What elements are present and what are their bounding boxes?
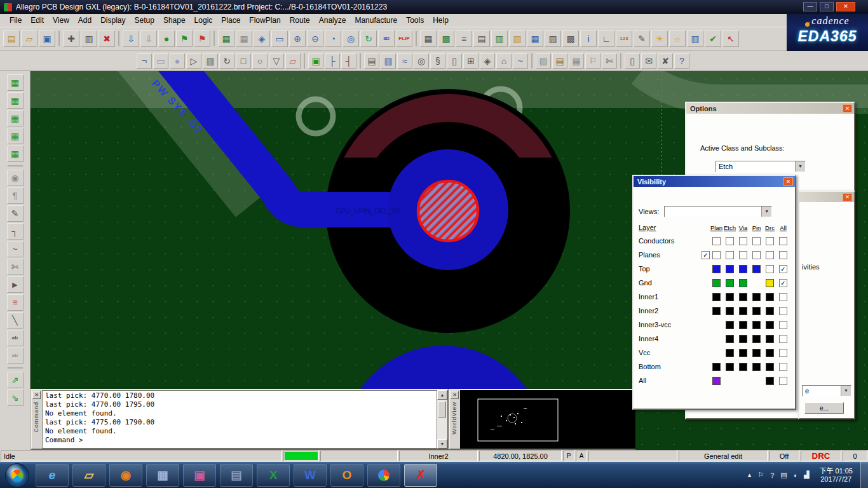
angle-mode-button[interactable]: A bbox=[576, 451, 587, 461]
new-drawing-button[interactable]: ▤ bbox=[3, 30, 20, 47]
action-flag-icon[interactable]: ⚐ bbox=[756, 471, 766, 479]
scroll-down-icon[interactable]: ▼ bbox=[437, 439, 447, 449]
visibility-checkbox[interactable]: ✓ bbox=[779, 265, 787, 273]
menu-manufacture[interactable]: Manufacture bbox=[350, 15, 402, 26]
view-3d-button[interactable]: 3D bbox=[378, 30, 395, 47]
layer-color-swatch[interactable] bbox=[712, 279, 721, 287]
zoom-fit-button[interactable]: ▭ bbox=[271, 30, 288, 47]
visibility-checkbox[interactable]: ✓ bbox=[779, 279, 787, 287]
delete-tool-button[interactable]: ✖ bbox=[98, 30, 115, 47]
layer-color-swatch[interactable] bbox=[726, 335, 734, 343]
menu-help[interactable]: Help bbox=[428, 15, 453, 26]
shape-circle-button[interactable]: ○ bbox=[252, 53, 268, 69]
layer-color-swatch[interactable] bbox=[712, 363, 721, 371]
align-button[interactable]: ≡ bbox=[456, 30, 472, 47]
unpin-button[interactable]: ⚑ bbox=[194, 30, 210, 47]
minimize-button[interactable]: — bbox=[803, 2, 817, 11]
dra-check-button[interactable]: ▩ bbox=[562, 30, 579, 47]
measure-button[interactable]: ∟ bbox=[598, 30, 614, 47]
docked-panel-close-icon[interactable]: ✕ bbox=[843, 193, 852, 201]
dropdown-arrow-icon[interactable]: ▼ bbox=[795, 161, 805, 172]
via[interactable] bbox=[418, 181, 478, 241]
library-button[interactable]: ▥ bbox=[381, 53, 396, 69]
visibility-checkbox[interactable] bbox=[739, 251, 747, 259]
layer-color-swatch[interactable] bbox=[712, 377, 721, 385]
layer-color-swatch[interactable] bbox=[766, 307, 774, 315]
visibility-checkbox[interactable] bbox=[766, 237, 774, 245]
start-button[interactable] bbox=[5, 463, 29, 487]
menu-route[interactable]: Route bbox=[285, 15, 315, 26]
visibility-checkbox[interactable] bbox=[752, 251, 761, 259]
markup-button[interactable]: ✎ bbox=[634, 30, 650, 47]
undo-button[interactable]: ⇩ bbox=[123, 30, 139, 47]
visible-layer-1-button[interactable]: ▦ bbox=[7, 74, 24, 91]
shape-copy-button[interactable]: ▥ bbox=[203, 53, 218, 69]
discard-mail-button[interactable]: ✘ bbox=[658, 53, 673, 69]
flag-tool-button[interactable]: ⚐ bbox=[585, 53, 600, 69]
layer-color-swatch[interactable] bbox=[712, 293, 721, 301]
numbering-button[interactable]: 123 bbox=[616, 30, 632, 47]
grid-button[interactable]: ▦ bbox=[236, 30, 252, 47]
word-taskbar-button[interactable]: W bbox=[294, 464, 327, 487]
open-drawing-button[interactable]: ▱ bbox=[21, 30, 37, 47]
chrome-taskbar-button[interactable] bbox=[367, 464, 400, 487]
visibility-checkbox[interactable] bbox=[779, 377, 787, 385]
hidden-icons-icon[interactable]: ▴ bbox=[744, 471, 754, 479]
shape-polygon-button[interactable]: ▽ bbox=[269, 53, 284, 69]
dfa-check-button[interactable]: ▨ bbox=[545, 30, 561, 47]
layer-color-swatch[interactable] bbox=[726, 307, 734, 315]
layer-color-swatch[interactable] bbox=[739, 293, 747, 301]
pad-editor-button[interactable]: ▣ bbox=[308, 53, 323, 69]
network-icon[interactable]: ▟ bbox=[801, 471, 811, 479]
menu-shape[interactable]: Shape bbox=[159, 15, 190, 26]
visibility-checkbox[interactable] bbox=[779, 307, 787, 315]
visibility-checkbox[interactable] bbox=[779, 237, 787, 245]
redo-button[interactable]: ⇩ bbox=[140, 30, 157, 47]
layer-color-swatch[interactable] bbox=[726, 279, 734, 287]
menu-edit[interactable]: Edit bbox=[26, 15, 48, 26]
visibility-checkbox[interactable] bbox=[779, 293, 787, 301]
stretch-left-button[interactable]: ├ bbox=[325, 53, 340, 69]
layer-color-swatch[interactable] bbox=[739, 279, 747, 287]
zoom-out-button[interactable]: ⊖ bbox=[307, 30, 323, 47]
internet-explorer-taskbar-button[interactable]: e bbox=[36, 464, 69, 487]
options-close-icon[interactable]: ✕ bbox=[843, 104, 852, 112]
visibility-checkbox[interactable] bbox=[779, 335, 787, 343]
layer-color-swatch[interactable] bbox=[739, 265, 747, 273]
menu-tools[interactable]: Tools bbox=[402, 15, 428, 26]
visibility-checkbox[interactable] bbox=[752, 237, 761, 245]
calculator-taskbar-button[interactable]: ▦ bbox=[146, 464, 179, 487]
visibility-checkbox[interactable] bbox=[779, 251, 787, 259]
column-drc[interactable]: Drc bbox=[763, 224, 776, 231]
docked-panel-button[interactable]: e... bbox=[804, 402, 844, 414]
layer-color-swatch[interactable] bbox=[739, 335, 747, 343]
layer-color-swatch[interactable] bbox=[752, 321, 761, 329]
visible-layer-3-button[interactable]: ▦ bbox=[7, 110, 24, 126]
zoom-in-button[interactable]: ⊕ bbox=[289, 30, 306, 47]
reports-button[interactable]: ▥ bbox=[687, 30, 703, 47]
display-icon[interactable]: ▤ bbox=[778, 471, 789, 479]
layer-color-swatch[interactable] bbox=[766, 335, 774, 343]
zoom-previous-button[interactable]: ◔ bbox=[325, 30, 341, 47]
command-close-icon[interactable]: ✕ bbox=[32, 391, 41, 399]
options-title-bar[interactable]: Options ✕ bbox=[686, 103, 854, 114]
shaded-view-button[interactable]: ↻ bbox=[360, 30, 377, 47]
worldview-close-icon[interactable]: ✕ bbox=[451, 391, 459, 399]
pencil-tool-button[interactable]: ✎ bbox=[7, 205, 24, 222]
visibility-close-icon[interactable]: ✕ bbox=[783, 177, 793, 186]
pick-mode-button[interactable]: P bbox=[563, 451, 574, 461]
menu-view[interactable]: View bbox=[48, 15, 74, 26]
route-connect-button[interactable]: ¬ bbox=[137, 53, 152, 69]
stamp-tool-button[interactable]: ◉ bbox=[7, 170, 24, 186]
cross-section-button[interactable]: ▥ bbox=[491, 30, 508, 47]
menu-flowplan[interactable]: FlowPlan bbox=[245, 15, 285, 26]
line-tool-button[interactable]: ╲ bbox=[7, 312, 24, 329]
dropdown-arrow-icon[interactable]: ▼ bbox=[761, 207, 771, 217]
clock[interactable]: 下午 01:05 2017/7/27 bbox=[819, 467, 853, 484]
docked-panel-dropdown[interactable]: e ▼ bbox=[802, 385, 851, 396]
artwork-film-button[interactable]: ▤ bbox=[364, 53, 379, 69]
help-bubble-icon[interactable]: ? bbox=[767, 471, 777, 479]
scroll-up-icon[interactable]: ▲ bbox=[437, 390, 447, 400]
via-structure-button[interactable]: § bbox=[430, 53, 445, 69]
menu-file[interactable]: File bbox=[5, 15, 26, 26]
